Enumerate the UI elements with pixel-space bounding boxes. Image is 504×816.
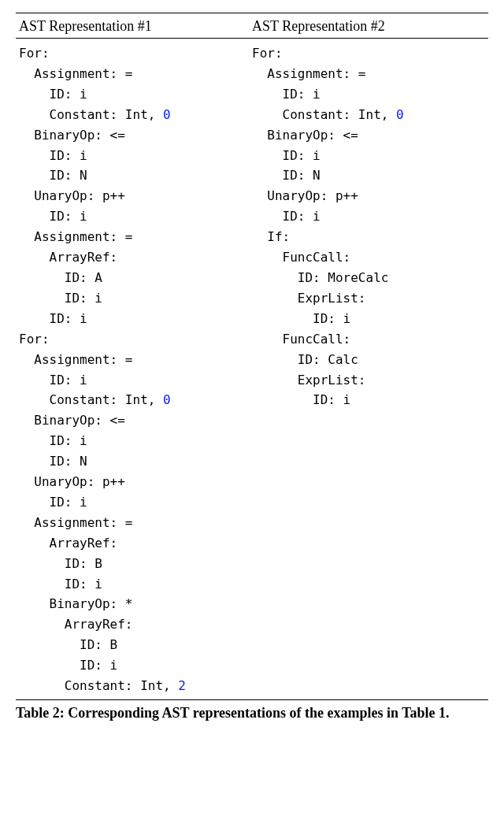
table-caption: Table 2: Corresponding AST representatio… xyxy=(16,700,488,722)
header-right: AST Representation #2 xyxy=(252,18,485,35)
table-container: AST Representation #1 AST Representation… xyxy=(16,13,488,722)
code-column-left: For: Assignment: = ID: i Constant: Int, … xyxy=(19,43,252,696)
table-body-row: For: Assignment: = ID: i Constant: Int, … xyxy=(16,39,488,699)
code-column-right: For: Assignment: = ID: i Constant: Int, … xyxy=(252,43,485,410)
header-left: AST Representation #1 xyxy=(19,18,252,35)
table-header-row: AST Representation #1 AST Representation… xyxy=(16,13,488,38)
